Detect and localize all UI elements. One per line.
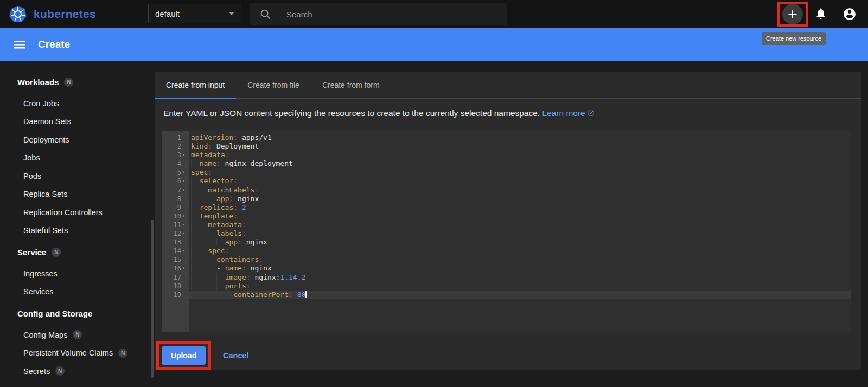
- sidebar-item-label: Deployments: [23, 136, 69, 144]
- sidebar-section-config-and-storage: Config and Storage: [0, 301, 155, 326]
- upload-button[interactable]: Upload: [162, 346, 206, 365]
- sidebar-item-ingresses[interactable]: Ingresses: [0, 265, 155, 283]
- bell-icon: [814, 14, 827, 22]
- sidebar-item-stateful-sets[interactable]: Stateful Sets: [0, 222, 155, 240]
- sidebar-item-label: Daemon Sets: [23, 117, 71, 126]
- code-line[interactable]: apiVersion: apps/v1: [189, 133, 851, 142]
- sidebar: WorkloadsNCron JobsDaemon SetsDeployment…: [0, 61, 155, 387]
- line-number: 10: [174, 212, 181, 221]
- line-number: 11: [174, 221, 181, 229]
- search-icon: [259, 8, 271, 20]
- code-line[interactable]: image: nginx:1.14.2: [189, 273, 851, 282]
- line-number: 18: [174, 282, 181, 291]
- line-number: 9: [177, 203, 181, 212]
- code-line[interactable]: app: nginx: [189, 195, 851, 203]
- namespace-selector[interactable]: default: [148, 4, 241, 23]
- tab-create-from-file[interactable]: Create from file: [236, 72, 311, 98]
- line-number: 8: [177, 195, 181, 203]
- brand-title: kubernetes: [34, 8, 96, 21]
- code-line[interactable]: labels:: [189, 229, 851, 238]
- code-line[interactable]: containers:: [189, 255, 851, 264]
- annotation-box-create: [777, 2, 808, 27]
- search-input[interactable]: [285, 9, 483, 20]
- kubernetes-logo-icon: [9, 5, 27, 23]
- line-number: 4: [177, 159, 181, 168]
- search-bar[interactable]: [250, 3, 507, 25]
- account-circle-icon: [843, 15, 857, 23]
- gutter-cell: 18: [162, 282, 189, 291]
- line-number: 2: [177, 142, 181, 151]
- tab-create-from-input[interactable]: Create from input: [155, 72, 236, 98]
- code-line[interactable]: metadata:: [189, 221, 851, 229]
- notifications-button[interactable]: [814, 7, 827, 20]
- tab-label: Create from form: [322, 81, 380, 89]
- sidebar-item-persistent-volume-claims[interactable]: Persistent Volume ClaimsN: [0, 344, 155, 363]
- tab-label: Create from file: [247, 81, 299, 89]
- code-line[interactable]: spec:: [189, 168, 851, 177]
- namespaced-badge: N: [55, 366, 65, 376]
- fold-icon: ▾: [181, 186, 189, 195]
- sidebar-item-replica-sets[interactable]: Replica Sets: [0, 185, 155, 204]
- code-line[interactable]: ports:: [189, 282, 851, 291]
- fold-icon: ▾: [181, 247, 189, 255]
- code-line[interactable]: name: nginx-deployment: [189, 159, 851, 168]
- menu-button[interactable]: [11, 36, 28, 53]
- gutter-cell: 17: [162, 273, 189, 282]
- code-line[interactable]: metadata:: [189, 151, 851, 159]
- sidebar-item-label: Stateful Sets: [23, 226, 68, 235]
- gutter-cell: 2: [162, 142, 189, 151]
- line-number: 15: [174, 255, 181, 264]
- sidebar-item-label: Replication Controllers: [23, 208, 103, 217]
- account-button[interactable]: [843, 7, 857, 21]
- tab-create-from-form[interactable]: Create from form: [311, 72, 391, 98]
- fold-icon: ▾: [181, 229, 189, 238]
- sidebar-item-cron-jobs[interactable]: Cron Jobs: [0, 94, 155, 113]
- namespaced-badge: N: [64, 78, 73, 87]
- line-number: 7: [177, 186, 181, 195]
- gutter-cell: 12▾: [162, 229, 189, 238]
- line-number: 1: [177, 133, 181, 142]
- fold-icon: ▾: [181, 168, 189, 177]
- code-line[interactable]: kind: Deployment: [189, 142, 851, 151]
- sidebar-item-daemon-sets[interactable]: Daemon Sets: [0, 113, 155, 131]
- brand-logo[interactable]: kubernetes: [9, 0, 96, 28]
- sidebar-item-deployments[interactable]: Deployments: [0, 131, 155, 149]
- section-label: Workloads: [17, 78, 59, 87]
- sidebar-item-jobs[interactable]: Jobs: [0, 149, 155, 167]
- sidebar-section-service: ServiceN: [0, 240, 155, 265]
- editor-code[interactable]: apiVersion: apps/v1kind: Deploymentmetad…: [189, 131, 851, 332]
- code-line[interactable]: app: nginx: [189, 238, 851, 247]
- code-line[interactable]: selector:: [189, 177, 851, 185]
- sidebar-scrollbar[interactable]: [151, 220, 154, 378]
- action-buttons: Upload Cancel: [156, 341, 861, 370]
- cancel-button[interactable]: Cancel: [223, 351, 249, 360]
- fold-icon: ▾: [181, 264, 189, 273]
- line-number: 16: [174, 264, 181, 273]
- sidebar-item-secrets[interactable]: SecretsN: [0, 362, 155, 380]
- sidebar-item-config-maps[interactable]: Config MapsN: [0, 326, 155, 344]
- code-line[interactable]: - name: nginx: [189, 264, 851, 273]
- yaml-editor[interactable]: 123▾45▾6▾7▾8910▾11▾12▾1314▾1516▾171819 a…: [162, 131, 851, 332]
- namespaced-badge: N: [52, 248, 61, 257]
- kubernetes-dashboard: kubernetes default: [0, 0, 868, 387]
- gutter-cell: 9: [162, 203, 189, 212]
- create-tooltip: Create new resource: [762, 32, 826, 45]
- chevron-down-icon: [229, 12, 234, 15]
- code-line[interactable]: matchLabels:: [189, 186, 851, 195]
- code-line[interactable]: template:: [189, 212, 851, 221]
- learn-more-link[interactable]: Learn more: [542, 108, 595, 118]
- code-line[interactable]: replicas: 2: [189, 203, 851, 212]
- create-new-resource-button[interactable]: [782, 4, 803, 24]
- code-line[interactable]: - containerPort: 80: [189, 291, 851, 299]
- section-label: Service: [17, 248, 46, 257]
- sidebar-item-pods[interactable]: Pods: [0, 167, 155, 185]
- line-number: 17: [174, 273, 181, 282]
- code-line[interactable]: spec:: [189, 247, 851, 255]
- sidebar-item-replication-controllers[interactable]: Replication Controllers: [0, 203, 155, 222]
- fold-icon: ▾: [181, 212, 189, 221]
- line-number: 14: [174, 247, 181, 255]
- sidebar-item-services[interactable]: Services: [0, 283, 155, 301]
- create-card: Create from inputCreate from fileCreate …: [155, 72, 861, 370]
- sidebar-nav: WorkloadsNCron JobsDaemon SetsDeployment…: [0, 69, 155, 380]
- sidebar-item-label: Persistent Volume Claims: [23, 349, 113, 357]
